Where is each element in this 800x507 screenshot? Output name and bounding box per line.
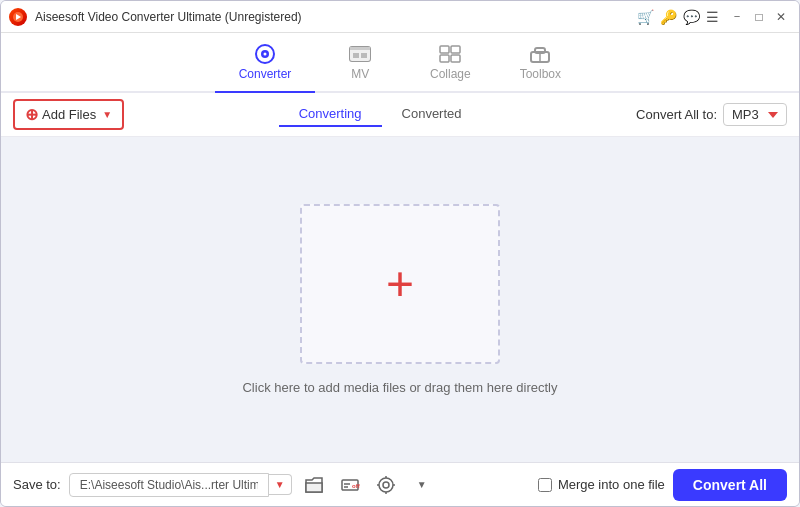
app-logo [9, 8, 27, 26]
convert-all-button[interactable]: Convert All [673, 469, 787, 501]
main-content: + Click here to add media files or drag … [1, 137, 799, 462]
add-files-button[interactable]: ⊕ Add Files ▼ [13, 99, 124, 130]
svg-point-21 [383, 482, 389, 488]
toolbox-tab-icon [527, 43, 553, 65]
svg-rect-10 [451, 46, 460, 53]
title-bar: Aiseesoft Video Converter Ultimate (Unre… [1, 1, 799, 33]
svg-rect-11 [440, 55, 449, 62]
drop-zone-plus-icon: + [386, 260, 414, 308]
status-tab-converting[interactable]: Converting [279, 102, 382, 127]
svg-rect-7 [353, 53, 359, 58]
bottom-icons: off ▼ [300, 471, 436, 499]
svg-rect-6 [350, 47, 370, 50]
drop-zone-text: Click here to add media files or drag th… [242, 380, 557, 395]
collage-tab-icon [437, 43, 463, 65]
merge-checkbox-row: Merge into one file [538, 477, 665, 492]
bottom-bar: Save to: ▼ off [1, 462, 799, 506]
merge-checkbox[interactable] [538, 478, 552, 492]
chat-icon[interactable]: 💬 [683, 9, 700, 25]
key-icon[interactable]: 🔑 [660, 9, 677, 25]
tab-toolbox[interactable]: Toolbox [495, 37, 585, 91]
folder-icon-button[interactable] [300, 471, 328, 499]
minimize-button[interactable]: － [727, 7, 747, 27]
save-to-label: Save to: [13, 477, 61, 492]
maximize-button[interactable]: □ [749, 7, 769, 27]
add-files-plus-icon: ⊕ [25, 105, 38, 124]
drop-zone[interactable]: + [300, 204, 500, 364]
toolbar-row: ⊕ Add Files ▼ Converting Converted Conve… [1, 93, 799, 137]
save-to-path: ▼ [69, 473, 292, 497]
tab-collage-label: Collage [430, 67, 471, 81]
svg-rect-9 [440, 46, 449, 53]
menu-icon[interactable]: ☰ [706, 9, 719, 25]
convert-format-select[interactable]: MP3 MP4 AVI MOV MKV AAC WAV [723, 103, 787, 126]
tab-collage[interactable]: Collage [405, 37, 495, 91]
tab-toolbox-label: Toolbox [520, 67, 561, 81]
nav-tabs-area: Converter MV [1, 33, 799, 93]
converter-tab-icon [252, 43, 278, 65]
convert-all-to-label: Convert All to: [636, 107, 717, 122]
tab-converter[interactable]: Converter [215, 37, 316, 91]
svg-point-3 [264, 53, 267, 56]
cart-icon[interactable]: 🛒 [637, 9, 654, 25]
tab-converter-label: Converter [239, 67, 292, 81]
svg-rect-12 [451, 55, 460, 62]
window-controls: － □ ✕ [727, 7, 791, 27]
tab-mv[interactable]: MV [315, 37, 405, 91]
add-files-dropdown-arrow[interactable]: ▼ [102, 109, 112, 120]
preferences-icon-button[interactable] [372, 471, 400, 499]
close-button[interactable]: ✕ [771, 7, 791, 27]
svg-text:off: off [352, 483, 360, 489]
merge-label: Merge into one file [558, 477, 665, 492]
tab-mv-label: MV [351, 67, 369, 81]
settings-dropdown-arrow[interactable]: ▼ [408, 471, 436, 499]
add-files-label: Add Files [42, 107, 96, 122]
settings-icon-button[interactable]: off [336, 471, 364, 499]
save-path-input[interactable] [69, 473, 269, 497]
app-window: Aiseesoft Video Converter Ultimate (Unre… [0, 0, 800, 507]
status-tabs: Converting Converted [134, 102, 626, 127]
save-path-dropdown-button[interactable]: ▼ [269, 474, 292, 495]
svg-point-20 [379, 478, 393, 492]
status-tab-converted[interactable]: Converted [382, 102, 482, 127]
titlebar-icons: 🛒 🔑 💬 ☰ [637, 9, 719, 25]
mv-tab-icon [347, 43, 373, 65]
title-bar-text: Aiseesoft Video Converter Ultimate (Unre… [35, 10, 637, 24]
svg-rect-8 [361, 53, 367, 58]
convert-all-to-row: Convert All to: MP3 MP4 AVI MOV MKV AAC … [636, 103, 787, 126]
